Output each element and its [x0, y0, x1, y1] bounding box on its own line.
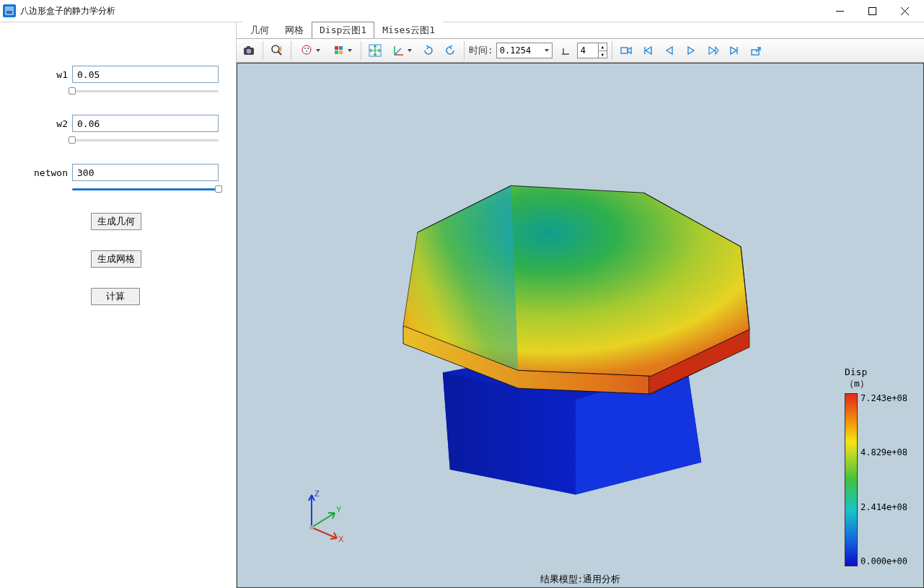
svg-rect-10	[335, 46, 338, 50]
param-newton-input[interactable]	[72, 164, 219, 181]
tab-geometry[interactable]: 几何	[242, 22, 277, 38]
svg-rect-4	[247, 46, 250, 48]
time-label: 时间:	[469, 44, 493, 57]
move-icon	[369, 44, 382, 57]
anim-play-button[interactable]	[682, 41, 700, 60]
angle-bracket-icon	[558, 44, 571, 57]
color-legend: Disp （m） 7.243e+08 4.829e+08 2.414e+08 0…	[845, 367, 907, 566]
svg-text:Y: Y	[336, 505, 342, 514]
window-title: 八边形盒子的静力学分析	[20, 5, 115, 17]
video-cam-icon	[620, 44, 633, 57]
color-cube-icon	[333, 44, 346, 57]
legend-colorbar	[845, 393, 858, 566]
tab-mesh[interactable]: 网格	[277, 22, 312, 38]
param-label: w1	[17, 69, 68, 80]
toolbar: 时间: 0.1254 4 ▲▼	[237, 38, 924, 63]
close-button[interactable]	[889, 0, 921, 22]
side-panel: w1 w2 netwon 生成几何 生成网格 计算	[0, 22, 237, 588]
legend-tick: 7.243e+08	[861, 393, 907, 403]
svg-rect-13	[339, 51, 343, 54]
anim-first-button[interactable]	[638, 41, 657, 60]
anim-export-button[interactable]	[747, 41, 765, 60]
svg-point-9	[305, 51, 307, 52]
viewer-panel: 几何 网格 Disp云图1 Mises云图1	[237, 22, 924, 588]
zoom-fit-button[interactable]	[268, 41, 286, 60]
color-cube-dropdown[interactable]	[327, 41, 356, 60]
pan-fit-button[interactable]	[366, 41, 384, 60]
axes-icon	[392, 44, 405, 57]
zoom-bolt-icon	[270, 44, 283, 57]
skip-last-icon	[728, 44, 741, 57]
param-newton-slider[interactable]	[72, 185, 219, 193]
rotate-ccw-button[interactable]	[441, 41, 459, 60]
axis-triad-icon: Z Y X	[297, 488, 348, 545]
legend-tick: 4.829e+08	[861, 447, 907, 457]
legend-tick: 2.414e+08	[861, 502, 907, 512]
anim-prev-button[interactable]	[660, 41, 679, 60]
step-back-button[interactable]	[555, 41, 574, 60]
rotate-ccw-icon	[444, 44, 457, 57]
anim-last-button[interactable]	[725, 41, 744, 60]
svg-rect-1	[869, 7, 876, 14]
svg-point-8	[307, 48, 308, 49]
prev-icon	[663, 44, 676, 57]
tab-bar: 几何 网格 Disp云图1 Mises云图1	[237, 22, 924, 38]
generate-mesh-button[interactable]: 生成网格	[91, 250, 141, 268]
compute-button[interactable]: 计算	[91, 288, 140, 305]
param-row-w1: w1	[17, 66, 219, 83]
maximize-button[interactable]	[856, 0, 889, 22]
snapshot-button[interactable]	[239, 41, 258, 60]
tab-mises-contour[interactable]: Mises云图1	[374, 22, 443, 38]
legend-title-2: （m）	[845, 378, 869, 389]
minimize-button[interactable]	[824, 0, 856, 22]
svg-text:Z: Z	[314, 489, 320, 498]
time-dropdown[interactable]: 0.1254	[496, 43, 553, 58]
svg-point-6	[302, 45, 311, 54]
next-icon	[706, 44, 719, 57]
param-row-newton: netwon	[17, 164, 219, 181]
generate-geometry-button[interactable]: 生成几何	[91, 213, 141, 230]
axes-dropdown[interactable]	[387, 41, 416, 60]
svg-rect-12	[335, 51, 338, 54]
svg-rect-15	[621, 48, 628, 53]
anim-next-button[interactable]	[703, 41, 722, 60]
param-w1-input[interactable]	[72, 66, 219, 83]
legend-title-1: Disp	[845, 367, 867, 377]
param-label: netwon	[17, 167, 68, 178]
param-w1-slider[interactable]	[72, 87, 219, 95]
title-bar: 八边形盒子的静力学分析	[0, 0, 924, 22]
viewport[interactable]: Z Y X Disp （m） 7.243e+08	[237, 63, 924, 588]
brush-dropdown[interactable]	[296, 41, 325, 60]
palette-icon	[301, 44, 314, 57]
param-w2-input[interactable]	[72, 115, 219, 132]
param-row-w2: w2	[17, 115, 219, 132]
anim-record-button[interactable]	[617, 41, 635, 60]
export-icon	[749, 44, 762, 57]
camera-icon	[242, 44, 255, 57]
svg-text:X: X	[338, 535, 344, 543]
step-input[interactable]: 4 ▲▼	[577, 43, 607, 58]
skip-first-icon	[641, 44, 654, 57]
svg-point-27	[309, 525, 314, 530]
param-label: w2	[17, 118, 68, 129]
param-w2-slider[interactable]	[72, 136, 219, 144]
play-icon	[685, 44, 698, 57]
svg-point-7	[304, 48, 305, 49]
status-bar: 结果模型:通用分析	[540, 573, 621, 586]
svg-rect-11	[339, 46, 343, 50]
tab-disp-contour[interactable]: Disp云图1	[312, 22, 374, 38]
legend-tick: 0.000e+00	[861, 556, 907, 566]
rotate-cw-icon	[422, 44, 435, 57]
rotate-cw-button[interactable]	[419, 41, 438, 60]
svg-point-3	[247, 49, 251, 53]
app-icon	[3, 4, 16, 17]
